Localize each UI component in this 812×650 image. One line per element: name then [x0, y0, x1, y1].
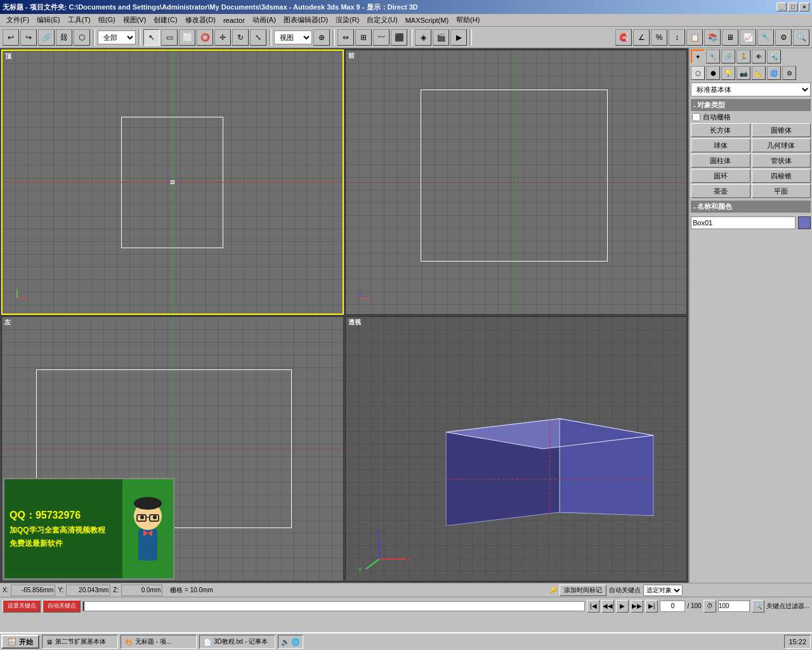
cone-button[interactable]: 圆锥体 [752, 123, 811, 137]
curve-editor-button[interactable]: 〰 [373, 29, 390, 46]
status-z-input[interactable] [121, 585, 162, 596]
extra1-button[interactable]: 🔧 [757, 29, 774, 46]
modify-panel-icon[interactable]: 🔧 [706, 50, 720, 63]
material-editor-button[interactable]: ◈ [415, 29, 431, 46]
auto-key-button[interactable]: 自动关键点 [43, 600, 81, 613]
track-view-button[interactable]: 📈 [740, 29, 756, 46]
status-x-input[interactable] [11, 585, 55, 596]
frame-input[interactable] [660, 600, 685, 612]
next-key-button[interactable]: ▶▶ [631, 600, 643, 613]
minimize-button[interactable]: _ [776, 3, 787, 11]
menu-maxscript[interactable]: MAXScript(M) [402, 15, 452, 25]
edit-named-button[interactable]: 📋 [686, 29, 703, 46]
unlink-button[interactable]: ⛓ [56, 29, 72, 46]
mirror-button[interactable]: ⇔ [337, 29, 354, 46]
menu-animation[interactable]: 动画(A) [249, 14, 280, 26]
taskbar-item-3[interactable]: 📄 3D教程.txt - 记事本 [199, 635, 275, 649]
select-button[interactable]: ↖ [143, 29, 160, 46]
create-panel-icon[interactable]: ✦ [691, 50, 705, 63]
display-panel-icon[interactable]: 👁 [752, 50, 766, 63]
select-region-button[interactable]: ▭ [161, 29, 178, 46]
select-link-button[interactable]: 🔗 [38, 29, 55, 46]
viewport-left[interactable]: 左 Y Z QQ：95732976 [1, 316, 344, 581]
frame-end-input[interactable] [718, 600, 750, 612]
menu-render[interactable]: 渲染(R) [332, 14, 363, 26]
next-frame-button[interactable]: ▶| [645, 600, 658, 613]
cameras-icon[interactable]: 📷 [737, 66, 750, 80]
angle-snap-button[interactable]: ∠ [633, 29, 650, 46]
geosphere-button[interactable]: 几何球体 [752, 138, 811, 152]
object-color-swatch[interactable] [798, 216, 811, 229]
percent-snap-button[interactable]: % [651, 29, 667, 46]
pyramid-button[interactable]: 四棱锥 [752, 169, 811, 183]
lasso-select-button[interactable]: ⭕ [197, 29, 213, 46]
viewport-top[interactable]: 顶 X Y [1, 50, 344, 315]
motion-panel-icon[interactable]: 🏃 [737, 50, 750, 63]
torus-button[interactable]: 圆环 [691, 169, 750, 183]
spacewarp-icon[interactable]: 🌀 [767, 66, 781, 80]
category-dropdown[interactable]: 标准基本体 [691, 83, 811, 96]
shapes-icon[interactable]: ⬢ [706, 66, 720, 80]
extra3-button[interactable]: 🔍 [793, 29, 809, 46]
menu-edit[interactable]: 编辑(E) [33, 14, 64, 26]
reference-coord-dropdown[interactable]: 视图 [274, 30, 312, 44]
menu-reactor[interactable]: reactor [219, 15, 249, 25]
menu-customize[interactable]: 自定义(U) [363, 14, 401, 26]
hierarchy-panel-icon[interactable]: 🔗 [721, 50, 735, 63]
select-fence-button[interactable]: ⬜ [179, 29, 195, 46]
render-setup-button[interactable]: 🎬 [433, 29, 449, 46]
taskbar-item-1[interactable]: 🖥 第二节扩展基本体 [42, 635, 118, 649]
plane-button[interactable]: 平面 [752, 184, 811, 198]
layer-manager-button[interactable]: 📚 [704, 29, 721, 46]
tube-button[interactable]: 管状体 [752, 154, 811, 168]
select-filter-dropdown[interactable]: 选定对象 [643, 585, 683, 596]
render-button[interactable]: ▶ [450, 29, 467, 46]
geometry-icon[interactable]: ⬡ [691, 66, 705, 80]
bind-button[interactable]: ⬡ [74, 29, 90, 46]
menu-view[interactable]: 视图(V) [119, 14, 150, 26]
spinner-snap-button[interactable]: ↕ [669, 29, 685, 46]
object-name-input[interactable] [691, 216, 796, 229]
menu-modifier[interactable]: 修改器(D) [181, 14, 219, 26]
add-timestamp-button[interactable]: 添加时间标记 [560, 585, 606, 596]
redo-button[interactable]: ↪ [20, 29, 37, 46]
rotate-button[interactable]: ↻ [232, 29, 249, 46]
play-button[interactable]: ▶ [616, 600, 629, 613]
time-config-button[interactable]: ⏱ [704, 600, 716, 613]
timeline-slider[interactable] [82, 601, 585, 611]
viewport-perspective[interactable]: 透视 [345, 316, 688, 581]
menu-help[interactable]: 帮助(H) [452, 14, 483, 26]
display-floater-button[interactable]: 🖥 [722, 29, 738, 46]
start-button[interactable]: 🪟 开始 [1, 635, 39, 649]
auto-grid-checkbox[interactable] [692, 113, 700, 121]
box-button[interactable]: 长方体 [691, 123, 750, 137]
scale-button[interactable]: ⤡ [250, 29, 266, 46]
filter-search-button[interactable]: 🔍 [752, 600, 764, 613]
systems-icon[interactable]: ⚙ [782, 66, 796, 80]
menu-file[interactable]: 文件(F) [3, 14, 33, 26]
move-button[interactable]: ✛ [214, 29, 231, 46]
lights-icon[interactable]: 💡 [721, 66, 735, 80]
snap-button[interactable]: 🧲 [615, 29, 632, 46]
helpers-icon[interactable]: 📐 [752, 66, 766, 80]
schematic-view-button[interactable]: ⬛ [391, 29, 407, 46]
menu-create[interactable]: 创建(C) [150, 14, 181, 26]
status-y-input[interactable] [66, 585, 110, 596]
cylinder-button[interactable]: 圆柱体 [691, 154, 750, 168]
menu-graph-editor[interactable]: 图表编辑器(D) [280, 14, 332, 26]
teapot-button[interactable]: 茶壶 [691, 184, 750, 198]
set-key-button[interactable]: 设置关键点 [3, 600, 41, 613]
filter-dropdown[interactable]: 全部 [98, 30, 136, 44]
extra2-button[interactable]: ⚙ [775, 29, 792, 46]
prev-frame-button[interactable]: |◀ [587, 600, 599, 613]
maximize-button[interactable]: □ [788, 3, 798, 11]
undo-button[interactable]: ↩ [3, 29, 19, 46]
menu-tools[interactable]: 工具(T) [64, 14, 95, 26]
utility-panel-icon[interactable]: 🔩 [767, 50, 781, 63]
pivot-button[interactable]: ⊕ [313, 29, 330, 46]
prev-key-button[interactable]: ◀◀ [601, 600, 614, 613]
menu-group[interactable]: 组(G) [95, 14, 119, 26]
sphere-button[interactable]: 球体 [691, 138, 750, 152]
viewport-front[interactable]: 前 X Z [345, 50, 688, 315]
close-button[interactable]: × [799, 3, 809, 11]
